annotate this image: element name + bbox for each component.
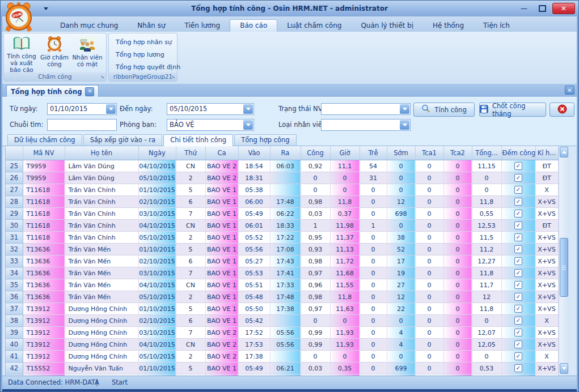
menu-item-tong-hop-nhan-su[interactable]: Tổng hợp nhân sự bbox=[109, 36, 177, 49]
dialog-launcher-icon[interactable]: ↘ bbox=[170, 74, 176, 80]
ribbon-tab[interactable]: Hệ thống bbox=[423, 20, 474, 32]
table-row[interactable]: 27T11618Trần Văn Chính01/10/20155BAO VE … bbox=[6, 184, 558, 196]
scroll-up-icon[interactable] bbox=[560, 147, 568, 157]
table-row[interactable]: 35T13636Trần Văn Mến04/10/2015CNBAO VE 1… bbox=[6, 279, 558, 291]
dem-cong-checkbox[interactable]: ✓ bbox=[514, 245, 522, 253]
column-header[interactable]: Vào bbox=[238, 146, 270, 160]
chot-cong-thang-button[interactable]: Chốt công tháng bbox=[479, 103, 546, 117]
table-row[interactable]: 32T13636Trần Văn Mến01/10/20155BAO VE 10… bbox=[6, 244, 558, 255]
row-number[interactable]: 40 bbox=[6, 339, 23, 351]
loai-nv-combo[interactable] bbox=[321, 119, 411, 131]
column-header[interactable]: Mã NV bbox=[23, 146, 65, 160]
dialog-launcher-icon[interactable]: ↘ bbox=[99, 74, 105, 80]
column-header[interactable]: Tca1 bbox=[415, 146, 443, 160]
ribbon-tab[interactable]: Danh mục chung bbox=[50, 20, 128, 32]
menu-item-tong-hop-luong[interactable]: Tổng hợp lương bbox=[109, 49, 177, 61]
trang-thai-combo[interactable] bbox=[321, 103, 411, 115]
dem-cong-checkbox[interactable]: ✓ bbox=[514, 340, 522, 348]
column-header[interactable]: Kí h... bbox=[535, 146, 558, 160]
phong-ban-combo[interactable]: BẢO VỆ bbox=[167, 119, 254, 131]
ribbon-tab[interactable]: Tiện ích bbox=[474, 20, 519, 32]
row-number[interactable]: 39 bbox=[6, 327, 23, 339]
document-tab-tong-hop-tinh-cong[interactable]: Tổng hợp tính công ✕ bbox=[6, 85, 99, 97]
sub-tab[interactable]: Sắp xếp giờ vào - ra bbox=[83, 134, 162, 146]
row-number[interactable]: 33 bbox=[6, 255, 23, 267]
tinh-cong-xuat-bao-cao-button[interactable]: Tính công và xuất báo cáo bbox=[5, 35, 38, 73]
column-header[interactable]: Giờ bbox=[330, 146, 360, 160]
table-row[interactable]: 41T13912Dương Hồng Chính05/10/20152BAO V… bbox=[6, 351, 558, 363]
column-header[interactable]: Ra bbox=[270, 146, 301, 160]
tinh-cong-button[interactable]: Tính công bbox=[413, 103, 475, 117]
table-row[interactable]: 29T11618Trần Văn Chính03/10/20157BAO VE … bbox=[6, 208, 558, 220]
menu-item-tong-hop-quyet-dinh[interactable]: Tổng hợp quyết định bbox=[109, 61, 177, 74]
table-row[interactable]: 40T13912Dương Hồng Chính04/10/2015CNBAO … bbox=[6, 339, 558, 351]
table-row[interactable]: 31T11618Trần Văn Chính05/10/20152BAO VE … bbox=[6, 232, 558, 244]
row-number[interactable]: 35 bbox=[6, 279, 23, 291]
table-row[interactable]: 36T13636Trần Văn Mến05/10/20152BAO VE 10… bbox=[6, 291, 558, 303]
dem-cong-checkbox[interactable]: ✓ bbox=[514, 210, 522, 218]
column-header[interactable]: Ngày bbox=[138, 146, 176, 160]
dem-cong-checkbox[interactable]: ✓ bbox=[514, 317, 522, 325]
maximize-button[interactable] bbox=[534, 3, 550, 14]
table-row[interactable]: 39T13912Dương Hồng Chính03/10/20157BAO V… bbox=[6, 327, 558, 339]
column-header[interactable]: Trễ bbox=[360, 146, 387, 160]
status-start[interactable]: Start bbox=[112, 376, 128, 389]
chevron-down-icon[interactable] bbox=[400, 120, 409, 130]
row-number[interactable]: 42 bbox=[6, 363, 23, 374]
column-header[interactable]: Ca bbox=[205, 146, 238, 160]
chuoi-tim-input[interactable] bbox=[47, 119, 117, 131]
close-button[interactable]: ✕ bbox=[552, 3, 575, 14]
row-number[interactable]: 28 bbox=[6, 196, 23, 208]
ribbon-tab[interactable]: Nhân sự bbox=[128, 20, 175, 32]
dem-cong-checkbox[interactable]: ✓ bbox=[514, 257, 522, 265]
column-header[interactable]: Thứ bbox=[176, 146, 205, 160]
sub-tab[interactable]: Dữ liệu chấm công bbox=[7, 134, 82, 146]
column-header[interactable]: Họ tên bbox=[65, 146, 138, 160]
nhan-vien-co-mat-button[interactable]: Nhân viên có mặt bbox=[71, 35, 104, 73]
chevron-down-icon[interactable] bbox=[243, 104, 253, 114]
scrollbar-thumb[interactable] bbox=[560, 238, 568, 297]
table-row[interactable]: 37T13912Dương Hồng Chính01/10/20155BAO V… bbox=[6, 303, 558, 315]
close-filter-button[interactable] bbox=[550, 103, 574, 117]
chevron-down-icon[interactable] bbox=[243, 120, 253, 130]
dem-cong-checkbox[interactable]: ✓ bbox=[514, 364, 522, 372]
row-number[interactable]: 34 bbox=[6, 267, 23, 279]
row-number[interactable]: 31 bbox=[6, 232, 23, 244]
dem-cong-checkbox[interactable]: ✓ bbox=[514, 281, 522, 289]
gio-cham-cong-button[interactable]: Giờ chấm công bbox=[38, 35, 71, 73]
row-number[interactable]: 36 bbox=[6, 291, 23, 303]
quick-access-chevron-icon[interactable] bbox=[41, 5, 50, 12]
column-header[interactable]: Tca2 bbox=[443, 146, 472, 160]
dem-cong-checkbox[interactable]: ✓ bbox=[514, 233, 522, 241]
ribbon-tab[interactable]: Luật chấm công bbox=[277, 20, 351, 32]
vertical-scrollbar[interactable] bbox=[559, 146, 569, 376]
ribbon-tab[interactable]: Báo cáo bbox=[230, 19, 277, 32]
tab-close-icon[interactable]: ✕ bbox=[85, 87, 94, 96]
column-header[interactable]: Công bbox=[301, 146, 330, 160]
dem-cong-checkbox[interactable]: ✓ bbox=[514, 186, 522, 194]
ribbon-tab[interactable]: Tiền lương bbox=[175, 20, 230, 32]
table-row[interactable]: 34T13636Trần Văn Mến03/10/20157BAO VE 10… bbox=[6, 267, 558, 279]
dem-cong-checkbox[interactable]: ✓ bbox=[514, 198, 522, 206]
row-number[interactable]: 41 bbox=[6, 351, 23, 363]
row-number[interactable]: 37 bbox=[6, 303, 23, 315]
dem-cong-checkbox[interactable]: ✓ bbox=[514, 221, 522, 229]
row-number[interactable]: 25 bbox=[6, 160, 23, 172]
den-ngay-combo[interactable]: 05/10/2015 bbox=[167, 103, 254, 115]
panel-close-icon[interactable]: ✕ bbox=[565, 86, 574, 95]
table-row[interactable]: 28T11618Trần Văn Chính02/10/20156BAO VE … bbox=[6, 196, 558, 208]
sub-tab[interactable]: Tổng hợp công bbox=[234, 134, 297, 146]
dem-cong-checkbox[interactable]: ✓ bbox=[514, 305, 522, 313]
row-number[interactable]: 32 bbox=[6, 244, 23, 255]
column-header[interactable]: Sớm bbox=[387, 146, 415, 160]
dem-cong-checkbox[interactable]: ✓ bbox=[514, 293, 522, 301]
dem-cong-checkbox[interactable]: ✓ bbox=[514, 269, 522, 277]
table-row[interactable]: 25T9959Lâm Văn Dũng04/10/2015CNBAO VE 21… bbox=[6, 160, 558, 172]
table-row[interactable]: 38T13912Dương Hồng Chính02/10/20156BAO V… bbox=[6, 315, 558, 327]
dem-cong-checkbox[interactable]: ✓ bbox=[514, 329, 522, 336]
row-number[interactable]: 27 bbox=[6, 184, 23, 196]
minimize-button[interactable]: — bbox=[516, 3, 532, 14]
column-header[interactable] bbox=[6, 146, 23, 160]
dem-cong-checkbox[interactable]: ✓ bbox=[514, 174, 522, 182]
dem-cong-checkbox[interactable]: ✓ bbox=[514, 352, 522, 360]
